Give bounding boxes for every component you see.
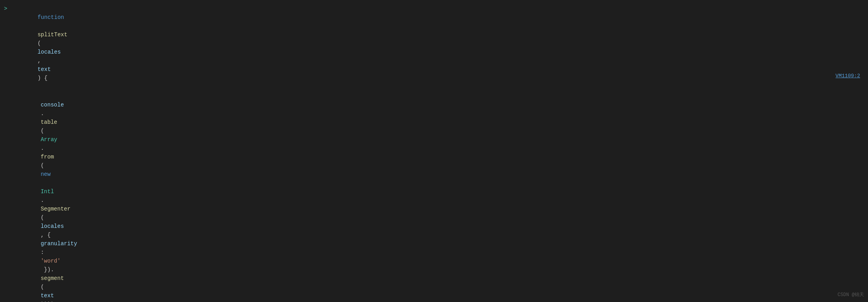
code-line-2: console . table ( Array . from ( new Int… [0,91,868,302]
prompt-icon: > [0,4,11,13]
code-content-2: console . table ( Array . from ( new Int… [14,92,868,302]
watermark: CSDN @锦天 [838,291,864,298]
code-content-1: function splitText ( locales , text ) { [11,4,868,91]
vm-reference: VM1109:2 [836,73,860,79]
code-block: > function splitText ( locales , text ) … [0,0,868,302]
code-area: > function splitText ( locales , text ) … [0,0,868,302]
code-line-1: > function splitText ( locales , text ) … [0,4,868,91]
